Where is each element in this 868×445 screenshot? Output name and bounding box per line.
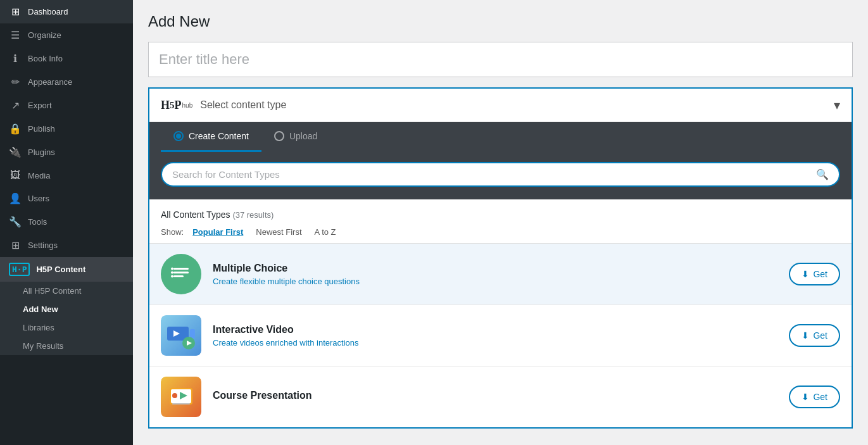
sidebar-item-book-info[interactable]: ℹ Book Info bbox=[0, 47, 133, 70]
h5p-logo: H 5 P hub bbox=[161, 99, 192, 112]
svg-rect-2 bbox=[173, 275, 184, 277]
svg-point-5 bbox=[171, 275, 173, 278]
h5p-section-label: H5P Content bbox=[36, 265, 85, 274]
h5p-section: H·P H5P Content All H5P Content Add New … bbox=[0, 257, 133, 355]
sidebar: ⊞ Dashboard ☰ Organize ℹ Book Info ✏ App… bbox=[0, 0, 133, 445]
interactive-video-name: Interactive Video bbox=[213, 324, 777, 335]
appearance-icon: ✏ bbox=[9, 76, 22, 88]
tab-create-content-label: Create Content bbox=[189, 131, 249, 141]
sidebar-item-publish[interactable]: 🔒 Publish bbox=[0, 117, 133, 141]
h5p-panel: H 5 P hub Select content type ▾ Create C… bbox=[148, 87, 853, 429]
tab-radio-create bbox=[173, 131, 184, 141]
sidebar-item-label: Organize bbox=[28, 30, 61, 40]
sidebar-item-export[interactable]: ↗ Export bbox=[0, 94, 133, 117]
h5p-icon: H·P bbox=[9, 263, 30, 276]
organize-icon: ☰ bbox=[9, 29, 22, 41]
h5p-sub-menu: All H5P Content Add New Libraries My Res… bbox=[0, 282, 133, 355]
sidebar-item-label: Dashboard bbox=[28, 7, 68, 16]
interactive-video-icon bbox=[161, 315, 201, 356]
interactive-video-desc: Create videos enriched with interactions bbox=[213, 338, 777, 348]
multiple-choice-info: Multiple Choice Create flexible multiple… bbox=[213, 263, 777, 286]
sidebar-item-label: Tools bbox=[28, 217, 47, 227]
content-items-list: Multiple Choice Create flexible multiple… bbox=[149, 244, 852, 427]
svg-rect-0 bbox=[173, 268, 189, 270]
main-content: Add New H 5 P hub Select content type ▾ … bbox=[133, 0, 868, 445]
sidebar-item-plugins[interactable]: 🔌 Plugins bbox=[0, 141, 133, 164]
content-item-course-presentation: Course Presentation ⬇ Get bbox=[149, 367, 852, 427]
dashboard-icon: ⊞ bbox=[9, 6, 22, 18]
sidebar-sub-item-my-results[interactable]: My Results bbox=[0, 337, 133, 355]
get-interactive-video-button[interactable]: ⬇ Get bbox=[789, 324, 840, 347]
sidebar-item-label: Publish bbox=[28, 124, 55, 134]
tabs-bar: Create Content Upload bbox=[149, 122, 852, 152]
search-bar-wrap: 🔍 bbox=[149, 152, 852, 199]
svg-rect-1 bbox=[173, 272, 189, 273]
title-input-wrapper bbox=[148, 42, 853, 77]
download-icon: ⬇ bbox=[802, 392, 809, 402]
download-icon: ⬇ bbox=[802, 269, 809, 279]
export-icon: ↗ bbox=[9, 99, 22, 111]
multiple-choice-desc: Create flexible multiple choice question… bbox=[213, 277, 777, 286]
course-presentation-icon bbox=[161, 377, 201, 417]
sidebar-item-label: Settings bbox=[28, 241, 58, 250]
get-course-presentation-button[interactable]: ⬇ Get bbox=[789, 385, 840, 408]
content-types-title: All Content Types (37 results) bbox=[161, 210, 840, 220]
sidebar-item-tools[interactable]: 🔧 Tools bbox=[0, 210, 133, 234]
sidebar-sub-item-add-new[interactable]: Add New bbox=[0, 300, 133, 318]
h5p-panel-header[interactable]: H 5 P hub Select content type ▾ bbox=[149, 89, 852, 122]
h5p-hub-label: hub bbox=[182, 102, 193, 109]
select-content-label: Select content type bbox=[200, 99, 286, 111]
search-icon: 🔍 bbox=[816, 168, 829, 180]
multiple-choice-name: Multiple Choice bbox=[213, 263, 777, 274]
plugins-icon: 🔌 bbox=[9, 146, 22, 158]
course-presentation-name: Course Presentation bbox=[213, 390, 777, 401]
content-item-multiple-choice: Multiple Choice Create flexible multiple… bbox=[149, 244, 852, 305]
show-option-atoz[interactable]: A to Z bbox=[311, 226, 340, 238]
sidebar-item-label: Plugins bbox=[28, 147, 55, 157]
svg-point-4 bbox=[171, 272, 173, 274]
sidebar-item-label: Appearance bbox=[28, 77, 72, 87]
sidebar-sub-item-all-h5p[interactable]: All H5P Content bbox=[0, 282, 133, 300]
h5p-panel-header-left: H 5 P hub Select content type bbox=[161, 99, 286, 112]
search-input[interactable] bbox=[172, 169, 811, 180]
settings-icon: ⊞ bbox=[9, 239, 22, 251]
svg-rect-15 bbox=[172, 403, 190, 404]
content-item-interactive-video: Interactive Video Create videos enriched… bbox=[149, 305, 852, 367]
info-icon: ℹ bbox=[9, 53, 22, 65]
h5p-logo-text: H bbox=[161, 99, 170, 112]
sidebar-item-users[interactable]: 👤 Users bbox=[0, 187, 133, 210]
show-label: Show: bbox=[161, 227, 184, 237]
publish-icon: 🔒 bbox=[9, 123, 22, 135]
tab-upload-label: Upload bbox=[289, 131, 317, 141]
sidebar-item-appearance[interactable]: ✏ Appearance bbox=[0, 70, 133, 94]
h5p-section-header[interactable]: H·P H5P Content bbox=[0, 257, 133, 282]
download-icon: ⬇ bbox=[802, 330, 809, 341]
multiple-choice-icon bbox=[161, 254, 201, 294]
chevron-down-icon: ▾ bbox=[834, 97, 840, 113]
sidebar-item-media[interactable]: 🖼 Media bbox=[0, 164, 133, 187]
tab-upload[interactable]: Upload bbox=[261, 122, 330, 152]
sidebar-sub-item-libraries[interactable]: Libraries bbox=[0, 318, 133, 337]
tab-radio-upload bbox=[274, 131, 284, 141]
show-bar: Show: Popular First Newest First A to Z bbox=[161, 226, 840, 238]
content-list-header: All Content Types (37 results) Show: Pop… bbox=[149, 199, 852, 244]
page-title: Add New bbox=[148, 13, 853, 30]
svg-point-3 bbox=[171, 268, 173, 270]
course-presentation-info: Course Presentation bbox=[213, 390, 777, 404]
sidebar-item-settings[interactable]: ⊞ Settings bbox=[0, 234, 133, 257]
sidebar-item-label: Media bbox=[28, 171, 50, 180]
title-input[interactable] bbox=[149, 42, 852, 77]
content-types-count: (37 results) bbox=[232, 210, 274, 220]
tab-create-content[interactable]: Create Content bbox=[161, 122, 261, 152]
get-multiple-choice-button[interactable]: ⬇ Get bbox=[789, 263, 840, 285]
show-option-newest[interactable]: Newest First bbox=[252, 226, 305, 238]
sidebar-item-organize[interactable]: ☰ Organize bbox=[0, 23, 133, 47]
media-icon: 🖼 bbox=[9, 170, 22, 181]
svg-point-13 bbox=[172, 393, 177, 398]
sidebar-item-label: Book Info bbox=[28, 54, 63, 63]
interactive-video-info: Interactive Video Create videos enriched… bbox=[213, 324, 777, 348]
show-option-popular[interactable]: Popular First bbox=[189, 226, 247, 238]
sidebar-item-dashboard[interactable]: ⊞ Dashboard bbox=[0, 0, 133, 23]
search-bar: 🔍 bbox=[161, 162, 840, 187]
svg-rect-7 bbox=[190, 329, 195, 338]
